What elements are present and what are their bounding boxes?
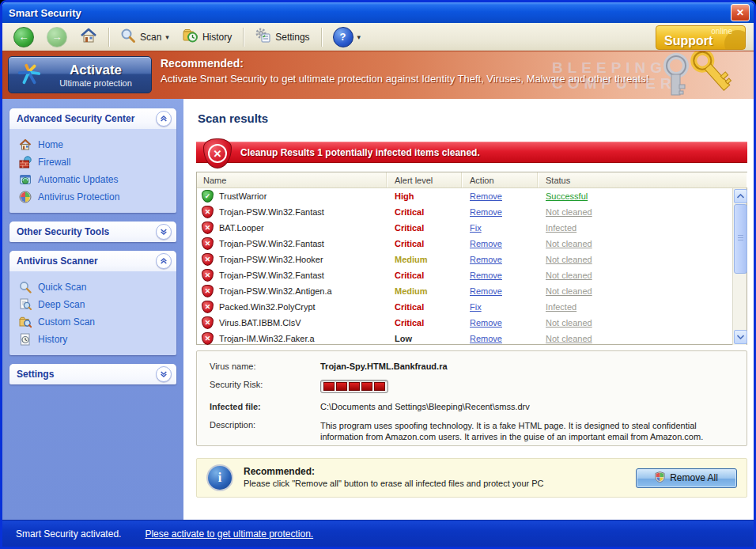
status-link[interactable]: Not cleaned [546,286,592,296]
sidebar-item-home[interactable]: Home [13,136,173,153]
chevron-up-icon[interactable] [156,111,172,127]
column-header-action[interactable]: Action [462,172,538,187]
action-link[interactable]: Remove [470,334,502,343]
toolbar-separator [243,28,244,47]
infected-shield-icon: ✕ [202,332,214,345]
threat-name: TrustWarrior [219,191,266,201]
action-link[interactable]: Fix [470,302,482,312]
remove-all-shield-icon [655,471,665,485]
column-header-alert-level[interactable]: Alert level [387,172,462,187]
infected-shield-icon: ✕ [202,221,214,234]
table-row[interactable]: ✕Packed.Win32.PolyCrypt Critical Fix Inf… [197,299,747,315]
sidebar-section-header[interactable]: Antivirus Scanner [9,251,176,271]
threat-name: Virus.BAT.IBBM.ClsV [219,318,301,328]
vertical-scrollbar[interactable] [732,188,747,345]
sidebar-item-firewall[interactable]: Firewall [13,153,173,171]
table-header: Name Alert level Action Status [197,172,747,188]
table-row[interactable]: ✕Trojan-IM.Win32.Faker.a Low Remove Not … [197,331,747,346]
table-row[interactable]: ✕Virus.BAT.IBBM.ClsV Critical Remove Not… [197,315,747,331]
threat-name: Trojan-PSW.Win32.Fantast [219,207,324,217]
chevron-down-icon[interactable] [156,224,172,240]
recommended-strip: i Recommended: Please click "Remove all"… [196,458,747,498]
virus-name-label: Virus name: [210,362,320,371]
sidebar-section-header[interactable]: Other Security Tools [9,221,176,242]
status-link[interactable]: Not cleaned [546,207,592,217]
home-button[interactable] [75,25,102,48]
status-link[interactable]: Infected [546,302,576,312]
action-link[interactable]: Remove [470,271,502,280]
alert-shield-icon: ✕ [203,138,232,168]
activate-status-link[interactable]: Plese activate to get ultimate protectio… [145,528,313,540]
page-title: Scan results [198,112,268,125]
security-risk-meter [320,380,388,393]
alert-level: Low [387,334,462,343]
close-icon: ✕ [736,7,744,18]
status-text: Smart Security activated. [16,528,121,540]
action-link[interactable]: Remove [470,255,502,264]
statusbar: Smart Security activated. Plese activate… [2,520,754,547]
table-row[interactable]: ✕Trojan-PSW.Win32.Fantast Critical Remov… [197,204,747,220]
action-link[interactable]: Remove [470,239,502,248]
sidebar-section-body: Home Firewall Automatic Updates Antiviru… [9,129,176,213]
activate-button[interactable]: Activate Ultimate protection [8,56,152,93]
action-link[interactable]: Remove [470,286,502,296]
action-link[interactable]: Remove [470,318,502,328]
quick-scan-icon [19,281,32,293]
status-link[interactable]: Not cleaned [546,271,592,280]
forward-button[interactable]: → [42,25,72,50]
sidebar-item-antivirus-protection[interactable]: Antivirus Protection [13,188,173,206]
scroll-up-button[interactable] [734,189,747,203]
column-header-name[interactable]: Name [197,172,387,187]
alert-level: Critical [387,239,462,248]
sidebar-section-header[interactable]: Advanced Security Center [9,108,176,129]
sidebar-item-history[interactable]: History [13,331,173,348]
scroll-down-button[interactable] [734,330,747,344]
infected-shield-icon: ✕ [202,253,214,266]
table-row[interactable]: ✕BAT.Looper Critical Fix Infected [197,220,747,236]
history-toolbar-icon [182,28,198,46]
scrollbar-thumb[interactable] [734,204,747,274]
settings-button[interactable]: Settings [250,25,314,48]
table-row[interactable]: ✕Trojan-PSW.Win32.Antigen.a Medium Remov… [197,283,747,299]
sidebar-item-automatic-updates[interactable]: Automatic Updates [13,171,173,188]
status-link[interactable]: Not cleaned [546,255,592,264]
status-link[interactable]: Infected [546,223,576,233]
chevron-down-icon[interactable] [156,366,172,382]
status-link[interactable]: Not cleaned [546,318,592,328]
threat-name: Trojan-PSW.Win32.Fantast [219,239,324,248]
table-body: ✓TrustWarrior High Remove Successful ✕Tr… [197,188,747,345]
status-link[interactable]: Not cleaned [546,239,592,248]
action-link[interactable]: Fix [470,223,482,233]
help-button[interactable]: ? ▾ [328,25,366,50]
sidebar-section-title: Other Security Tools [17,226,109,237]
promo-banner: Activate Ultimate protection Recommended… [2,51,754,99]
sidebar-item-quick-scan[interactable]: Quick Scan [13,278,173,296]
action-link[interactable]: Remove [470,191,502,201]
sidebar-item-custom-scan[interactable]: Custom Scan [13,313,173,331]
chevron-up-icon[interactable] [156,253,172,269]
table-row[interactable]: ✕Trojan-PSW.Win32.Hooker Medium Remove N… [197,252,747,267]
close-button[interactable]: ✕ [731,4,750,21]
sidebar-section-header[interactable]: Settings [9,364,176,384]
status-link[interactable]: Successful [546,191,588,201]
action-link[interactable]: Remove [470,207,502,217]
remove-all-button[interactable]: Remove All [636,468,737,488]
threat-name: Trojan-PSW.Win32.Antigen.a [219,286,332,296]
cleanup-alert-text: Cleanup Results 1 potentially infected i… [240,147,480,158]
scan-results-table: Name Alert level Action Status ✓TrustWar… [196,172,747,345]
antivirus-protection-icon [19,191,32,203]
sidebar-section: Antivirus Scanner Quick Scan Deep Scan C… [9,251,176,355]
table-row[interactable]: ✕Trojan-PSW.Win32.Fantast Critical Remov… [197,236,747,252]
sidebar-item-deep-scan[interactable]: Deep Scan [13,296,173,313]
table-row[interactable]: ✓TrustWarrior High Remove Successful [197,188,747,204]
infected-shield-icon: ✕ [202,301,214,313]
scan-button[interactable]: Scan ▾ [115,25,174,48]
table-row[interactable]: ✕Trojan-PSW.Win32.Fantast Critical Remov… [197,267,747,283]
status-link[interactable]: Not cleaned [546,334,592,343]
home-icon [19,138,32,151]
sidebar-section-title: Advanced Security Center [17,113,134,124]
online-support-button[interactable]: online Support [656,25,746,50]
back-button[interactable]: ← [9,25,39,50]
column-header-status[interactable]: Status [538,172,747,187]
history-button[interactable]: History [177,25,236,48]
